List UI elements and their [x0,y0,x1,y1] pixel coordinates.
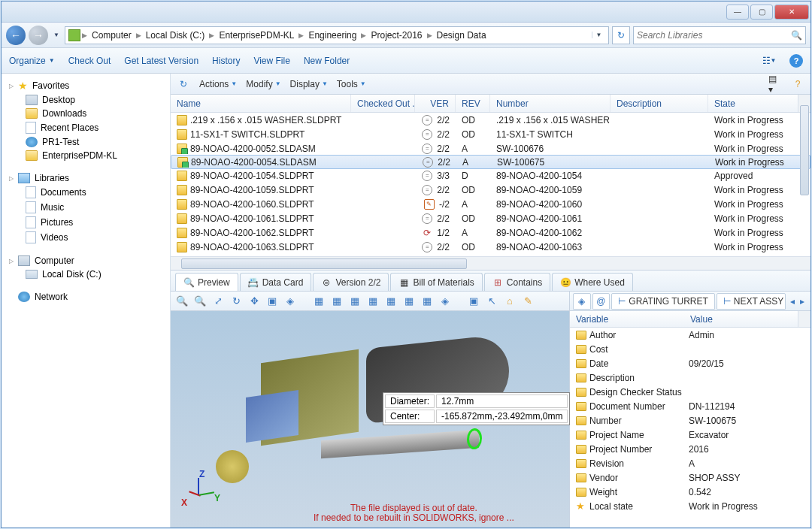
property-row[interactable]: VendorSHOP ASSY [570,470,810,485]
network-header[interactable]: ▷Network [2,290,170,304]
sidebar-item-vault[interactable]: EnterprisePDM-KL [2,149,170,162]
getlatest-button[interactable]: Get Latest Version [124,56,198,66]
back-button[interactable]: ← [6,26,26,45]
col-ver[interactable]: VER [415,95,456,112]
sidebar-item-recent[interactable]: Recent Places [2,120,170,135]
col-number[interactable]: Number [490,95,611,112]
config-tab-grating[interactable]: ⊢GRATING TURRET [611,293,715,310]
section-icon[interactable]: ▣ [467,295,480,308]
tab-datacard[interactable]: 📇Data Card [240,273,312,291]
options-icon[interactable]: ▤ ▾ [768,78,782,90]
property-row[interactable]: ★Local stateWork in Progress [570,499,810,513]
config-tab-nextassy[interactable]: ⊢NEXT ASSY - H [717,293,786,310]
sidebar-item-localdisk[interactable]: Local Disk (C:) [2,268,170,281]
breadcrumb-item[interactable]: Engineering [305,30,359,41]
col-name[interactable]: Name [171,95,351,112]
breadcrumb-dropdown[interactable]: ▼ [592,32,605,38]
breadcrumb-item[interactable]: Computer [89,30,135,41]
file-row[interactable]: 11-SX1-T SWITCH.SLDPRT=2/2OD11-SX1-T SWI… [171,127,810,141]
close-button[interactable]: ✕ [774,5,809,20]
file-row[interactable]: 89-NOAO-4200-1062.SLDPRT⟳1/2A89-NOAO-420… [171,225,810,240]
view6-icon[interactable]: ▦ [402,295,416,308]
rotate-icon[interactable]: ↻ [229,295,243,308]
zoom-inout-icon[interactable]: ⤢ [211,295,225,308]
scroll-right-icon[interactable]: ▸ [797,296,807,307]
search-box[interactable]: 🔍 [633,26,806,44]
hscroll-thumb[interactable] [181,258,467,269]
zoom-area-icon[interactable]: 🔍 [193,295,207,308]
help-icon[interactable]: ? [789,54,803,68]
computer-header[interactable]: ▷Computer [2,254,170,268]
col-value[interactable]: Value [684,311,798,327]
property-row[interactable]: Design Checker Status [570,385,810,399]
property-row[interactable]: Document NumberDN-112194 [570,399,810,413]
breadcrumb-item[interactable]: EnterprisePDM-KL [216,30,297,41]
prop-scroll-up[interactable] [798,311,810,327]
zoom-fit-icon[interactable]: 🔍 [175,295,189,308]
property-row[interactable]: Weight0.542 [570,485,810,499]
sidebar-item-pictures[interactable]: Pictures [2,215,170,230]
file-row[interactable]: .219 x .156 x .015 WASHER.SLDPRT=2/2OD.2… [171,113,810,127]
checkout-button[interactable]: Check Out [68,56,111,66]
organize-menu[interactable]: Organize ▼ [9,56,55,66]
file-row[interactable]: 89-NOAO-4200-1063.SLDPRT=2/2OD89-NOAO-42… [171,240,810,254]
file-row[interactable]: 89-NOAO-4200-1054.SLDPRT=3/3D89-NOAO-420… [171,168,810,183]
breadcrumb-bar[interactable]: ▶ Computer▶ Local Disk (C:)▶ EnterpriseP… [65,26,609,44]
view3-icon[interactable]: ▦ [348,295,362,308]
view7-icon[interactable]: ▦ [420,295,434,308]
file-row[interactable]: 89-NOAO-4200-1060.SLDPRT✎-/2A89-NOAO-420… [171,197,810,211]
sidebar-item-music[interactable]: Music [2,200,170,215]
tab-preview[interactable]: 🔍Preview [175,273,238,291]
measure-icon[interactable]: ✎ [521,295,535,308]
file-row[interactable]: 89-NOAO-4200-0052.SLDASM=2/2ASW-100676Wo… [171,141,810,156]
col-state[interactable]: State [708,95,810,112]
property-row[interactable]: Description [570,370,810,385]
help-icon[interactable]: ? [791,78,804,90]
sidebar-item-desktop[interactable]: Desktop [2,93,170,107]
display-menu[interactable]: Display ▼ [290,79,328,89]
forward-button[interactable]: → [29,26,48,45]
minimize-button[interactable]: — [726,5,749,20]
view5-icon[interactable]: ▦ [384,295,398,308]
preview-canvas[interactable]: Diameter:12.7mm Center:-165.872mm,-23.49… [171,311,569,527]
sidebar-item-videos[interactable]: Videos [2,230,170,245]
tab-whereused[interactable]: 😐Where Used [552,273,633,291]
refresh-icon[interactable]: ↻ [177,78,190,90]
home-icon[interactable]: ⌂ [503,295,517,308]
property-row[interactable]: Project Number2016 [570,442,810,456]
view4-icon[interactable]: ▦ [366,295,380,308]
iso-icon[interactable]: ◈ [438,295,452,308]
newfolder-button[interactable]: New Folder [304,56,350,66]
property-row[interactable]: Project NameExcavator [570,428,810,442]
view-options-button[interactable]: ☷ ▼ [762,55,776,67]
breadcrumb-item[interactable]: Local Disk (C:) [143,30,208,41]
file-row[interactable]: 89-NOAO-4200-0054.SLDASM=2/2ASW-100675Wo… [171,155,810,169]
tab-contains[interactable]: ⊞Contains [484,273,550,291]
pan-icon[interactable]: ✥ [247,295,261,308]
col-rev[interactable]: REV [456,95,490,112]
maximize-button[interactable]: ▢ [750,5,773,20]
refresh-button[interactable]: ↻ [612,26,630,44]
col-desc[interactable]: Description [611,95,708,112]
file-row[interactable]: 89-NOAO-4200-1061.SLDPRT=2/2OD89-NOAO-42… [171,211,810,225]
breadcrumb-item[interactable]: Design Data [434,30,489,41]
sidebar-item-downloads[interactable]: Downloads [2,107,170,120]
breadcrumb-item[interactable]: Project-2016 [368,30,425,41]
property-row[interactable]: AuthorAdmin [570,328,810,342]
search-input[interactable] [637,30,791,41]
config-tab-2[interactable]: @ [592,293,611,310]
viewfile-button[interactable]: View File [253,56,289,66]
view1-icon[interactable]: ▦ [312,295,326,308]
col-checkedout[interactable]: Checked Out ... [351,95,415,112]
property-row[interactable]: NumberSW-100675 [570,413,810,428]
select-icon[interactable]: ↖ [485,295,498,308]
tools-menu[interactable]: Tools ▼ [337,79,366,89]
libraries-header[interactable]: ▷Libraries [2,171,170,185]
file-row[interactable]: 89-NOAO-4200-1059.SLDPRT=2/2OD89-NOAO-42… [171,183,810,197]
history-dropdown[interactable]: ▼ [51,28,62,43]
vscrollbar[interactable] [798,95,810,112]
scroll-left-icon[interactable]: ◂ [787,296,798,307]
sidebar-item-pr1test[interactable]: PR1-Test [2,135,170,149]
hscrollbar[interactable] [171,256,810,270]
file-list-body[interactable]: .219 x .156 x .015 WASHER.SLDPRT=2/2OD.2… [171,113,810,256]
